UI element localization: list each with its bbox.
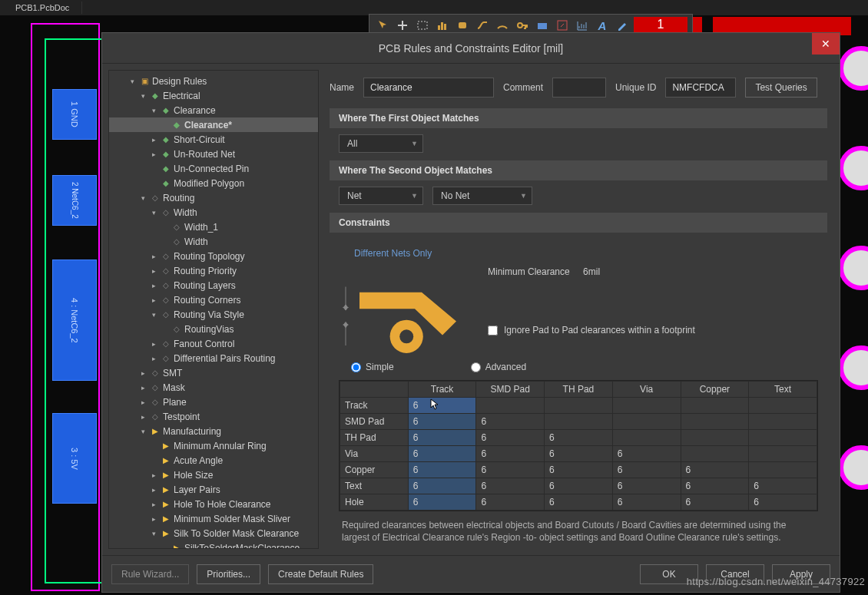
test-queries-button[interactable]: Test Queries	[745, 78, 817, 98]
matrix-cell[interactable]: 6	[476, 462, 545, 478]
tree-expand-icon[interactable]: ▸	[149, 296, 158, 304]
matrix-cell[interactable]: 6	[612, 478, 681, 494]
rect-select-icon[interactable]	[414, 17, 431, 34]
tree-item-electrical[interactable]: ▾◆Electrical	[109, 88, 318, 103]
tree-item-routing-via-style[interactable]: ▾◇Routing Via Style	[109, 307, 318, 322]
matrix-cell[interactable]	[749, 462, 817, 478]
tree-expand-icon[interactable]: ▸	[149, 471, 158, 479]
tree-expand-icon[interactable]: ▸	[149, 515, 158, 523]
tree-expand-icon[interactable]: ▸	[149, 282, 158, 289]
matrix-cell[interactable]: 6	[545, 430, 613, 446]
matrix-cell[interactable]: 6	[408, 414, 476, 430]
pad-icon[interactable]	[454, 17, 471, 34]
matrix-cell[interactable]: 6	[681, 494, 749, 511]
tree-item-routing-topology[interactable]: ▸◇Routing Topology	[109, 249, 318, 263]
matrix-cell[interactable]: 6	[476, 446, 545, 462]
bar-chart-icon[interactable]	[434, 17, 451, 34]
matrix-cell[interactable]: 6	[749, 478, 817, 494]
matrix-cell[interactable]	[476, 398, 545, 414]
matrix-cell[interactable]	[612, 414, 681, 430]
rules-tree-panel[interactable]: ▾▣Design Rules▾◆Electrical▾◆Clearance◆Cl…	[108, 70, 319, 549]
tree-item-width-1[interactable]: ◇Width_1	[109, 220, 318, 234]
tree-item-layer-pairs[interactable]: ▸▶Layer Pairs	[109, 482, 318, 497]
document-tab[interactable]: PCB1.PcbDoc	[9, 2, 82, 14]
tree-expand-icon[interactable]: ▸	[149, 253, 158, 260]
tree-expand-icon[interactable]: ▾	[149, 311, 158, 319]
plus-icon[interactable]	[394, 17, 411, 34]
tree-item-plane[interactable]: ▸◇Plane	[109, 395, 318, 409]
pen-icon[interactable]	[614, 17, 631, 34]
matrix-cell[interactable]: 6	[681, 462, 749, 478]
matrix-cell[interactable]: 6	[612, 462, 681, 478]
tree-item-un-routed-net[interactable]: ▸◆Un-Routed Net	[109, 147, 318, 161]
uniqueid-input[interactable]	[665, 78, 736, 98]
text-icon[interactable]: A	[594, 17, 611, 34]
matrix-cell[interactable]	[749, 414, 817, 430]
matrix-cell[interactable]: 6	[408, 462, 476, 478]
tree-expand-icon[interactable]: ▸	[149, 501, 158, 508]
tree-expand-icon[interactable]: ▾	[149, 107, 158, 114]
matrix-cell[interactable]	[545, 398, 613, 414]
matrix-cell[interactable]: 6	[408, 494, 476, 511]
matrix-cell[interactable]	[749, 446, 817, 462]
tree-item-mask[interactable]: ▸◇Mask	[109, 380, 318, 395]
matrix-cell[interactable]: 6	[545, 478, 613, 494]
tree-expand-icon[interactable]: ▾	[138, 428, 147, 435]
tree-item-differential-pairs-routing[interactable]: ▸◇Differential Pairs Routing	[109, 351, 318, 365]
ignore-pad-checkbox[interactable]	[488, 326, 498, 336]
second-match-net-dropdown[interactable]: No Net▼	[432, 187, 532, 205]
matrix-cell[interactable]: 6	[476, 430, 545, 446]
tree-expand-icon[interactable]: ▸	[138, 384, 147, 392]
tree-expand-icon[interactable]: ▸	[149, 267, 158, 275]
matrix-cell[interactable]: 6	[408, 446, 476, 462]
name-input[interactable]	[363, 78, 494, 98]
matrix-cell[interactable]: 6	[612, 494, 681, 511]
tree-expand-icon[interactable]: ▸	[149, 340, 158, 348]
tree-item-testpoint[interactable]: ▸◇Testpoint	[109, 409, 318, 424]
tree-item-routingvias[interactable]: ◇RoutingVias	[109, 322, 318, 336]
matrix-cell[interactable]	[681, 430, 749, 446]
tree-expand-icon[interactable]: ▸	[149, 486, 158, 494]
rule-wizard-button[interactable]: Rule Wizard...	[111, 564, 189, 584]
tree-item-width[interactable]: ◇Width	[109, 234, 318, 249]
tree-item-clearance-[interactable]: ◆Clearance*	[109, 117, 318, 132]
tree-item-routing-corners[interactable]: ▸◇Routing Corners	[109, 293, 318, 307]
matrix-cell[interactable]: 6	[681, 478, 749, 494]
tree-item-clearance[interactable]: ▾◆Clearance	[109, 103, 318, 117]
link-icon[interactable]	[554, 17, 571, 34]
first-match-dropdown[interactable]: All▼	[339, 134, 423, 153]
tree-item-design-rules[interactable]: ▾▣Design Rules	[109, 74, 318, 88]
matrix-cell[interactable]: 6	[408, 430, 476, 446]
sheet-icon[interactable]	[534, 17, 551, 34]
second-match-type-dropdown[interactable]: Net▼	[339, 187, 423, 205]
tree-expand-icon[interactable]: ▸	[138, 369, 147, 377]
comment-input[interactable]	[552, 78, 606, 98]
matrix-cell[interactable]: 6	[476, 494, 545, 511]
tree-item-silktosoldermaskclearance[interactable]: ▶SilkToSolderMaskClearance	[109, 540, 318, 549]
tree-expand-icon[interactable]: ▾	[149, 209, 158, 217]
graph-icon[interactable]	[574, 17, 591, 34]
tree-item-fanout-control[interactable]: ▸◇Fanout Control	[109, 336, 318, 351]
matrix-cell[interactable]: 6	[476, 478, 545, 494]
clearance-matrix[interactable]: TrackSMD PadTH PadViaCopperTextTrack6SMD…	[339, 380, 818, 511]
matrix-cell[interactable]	[681, 414, 749, 430]
arc-icon[interactable]	[494, 17, 511, 34]
tree-item-routing-layers[interactable]: ▸◇Routing Layers	[109, 278, 318, 293]
tree-expand-icon[interactable]: ▸	[149, 355, 158, 362]
matrix-cell[interactable]: 6	[476, 414, 545, 430]
tree-item-modified-polygon[interactable]: ◆Modified Polygon	[109, 176, 318, 190]
tree-item-hole-size[interactable]: ▸▶Hole Size	[109, 468, 318, 482]
tree-expand-icon[interactable]: ▾	[149, 530, 158, 537]
tree-expand-icon[interactable]: ▸	[138, 398, 147, 406]
tree-item-manufacturing[interactable]: ▾▶Manufacturing	[109, 424, 318, 438]
tree-item-silk-to-solder-mask-clearance[interactable]: ▾▶Silk To Solder Mask Clearance	[109, 526, 318, 540]
close-button[interactable]: ✕	[812, 33, 840, 55]
create-default-button[interactable]: Create Default Rules	[268, 564, 373, 584]
tree-expand-icon[interactable]: ▸	[149, 150, 158, 158]
tree-expand-icon[interactable]: ▾	[138, 92, 147, 100]
mode-simple-radio[interactable]: Simple	[351, 362, 394, 372]
tree-expand-icon[interactable]: ▾	[138, 194, 147, 202]
select-icon[interactable]	[374, 17, 391, 34]
mode-advanced-radio[interactable]: Advanced	[471, 362, 526, 372]
tree-item-minimum-annular-ring[interactable]: ▶Minimum Annular Ring	[109, 438, 318, 453]
